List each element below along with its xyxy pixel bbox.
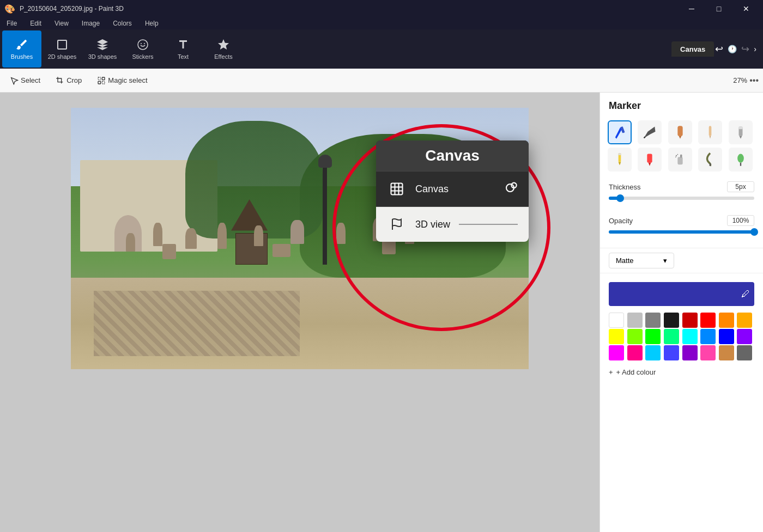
opacity-slider-fill [609, 230, 754, 234]
thickness-slider-track[interactable] [609, 197, 754, 200]
finish-label: Matte [616, 256, 634, 265]
brush-pencil[interactable] [608, 148, 632, 172]
canvas-item-label: Canvas [415, 184, 449, 195]
brush-marker-thick[interactable] [668, 120, 692, 144]
main-color-swatch[interactable]: 🖊 [609, 282, 754, 306]
color-darkgray[interactable] [737, 345, 752, 360]
brush-spray[interactable] [668, 148, 692, 172]
lamppost [323, 160, 327, 265]
color-yellow[interactable] [609, 329, 624, 344]
color-red[interactable] [700, 313, 716, 328]
svg-rect-6 [102, 81, 105, 84]
brush-highlighter[interactable] [638, 148, 662, 172]
color-purple[interactable] [682, 345, 698, 360]
svg-rect-15 [738, 127, 742, 130]
thickness-slider-thumb[interactable] [616, 194, 624, 202]
canvas-tab[interactable]: Canvas [671, 41, 714, 57]
menu-image[interactable]: Image [80, 20, 102, 27]
color-chartreuse[interactable] [627, 329, 643, 344]
tool-effects[interactable]: Effects [204, 30, 243, 68]
menu-colors[interactable]: Colors [111, 20, 134, 27]
brush-fountain-pen[interactable] [638, 120, 662, 144]
crop-label: Crop [66, 76, 82, 84]
color-darkred[interactable] [682, 313, 698, 328]
brush-watercolor[interactable] [729, 148, 753, 172]
finish-dropdown[interactable]: Matte ▾ [609, 253, 674, 268]
opacity-slider-thumb[interactable] [750, 228, 758, 236]
svg-point-22 [677, 154, 678, 155]
tool-stickers[interactable]: Stickers [123, 30, 162, 68]
color-hotpink[interactable] [627, 345, 643, 360]
right-panel: Marker [600, 93, 763, 532]
color-skyblue[interactable] [645, 345, 661, 360]
color-pink[interactable] [700, 345, 716, 360]
tool-text[interactable]: Text [164, 30, 203, 68]
color-black[interactable] [664, 313, 679, 328]
brush-oil[interactable] [698, 148, 722, 172]
magic-select-label: Magic select [108, 76, 147, 84]
color-blue[interactable] [719, 329, 734, 344]
svg-rect-4 [102, 77, 105, 80]
tool-3d-shapes[interactable]: 3D shapes [83, 30, 122, 68]
color-azure[interactable] [700, 329, 716, 344]
color-indigo[interactable] [664, 345, 679, 360]
brush-crayon[interactable] [729, 120, 753, 144]
eyedropper-button[interactable]: 🖊 [741, 289, 750, 299]
svg-point-0 [138, 40, 148, 50]
menu-file[interactable]: File [4, 20, 19, 27]
color-white[interactable] [609, 313, 624, 328]
opacity-value: 100% [727, 215, 754, 226]
menu-help[interactable]: Help [143, 20, 161, 27]
minimize-button[interactable]: ─ [679, 0, 704, 17]
tool-brushes[interactable]: Brushes [2, 30, 41, 68]
color-violet[interactable] [737, 329, 752, 344]
canvas-popup-menu: Canvas Canvas [376, 140, 529, 242]
more-options-button[interactable]: ••• [749, 76, 759, 85]
redo-button[interactable]: ↪ [741, 43, 749, 55]
svg-point-2 [144, 43, 145, 44]
color-amber[interactable] [737, 313, 752, 328]
color-springgreen[interactable] [664, 329, 679, 344]
thickness-label: Thickness [609, 183, 641, 191]
tombstone-7 [336, 223, 346, 243]
history-button[interactable]: 🕐 [728, 45, 737, 53]
canvas-image-container: Canvas Canvas [71, 108, 529, 369]
opacity-label: Opacity [609, 217, 633, 225]
close-button[interactable]: ✕ [734, 0, 759, 17]
flag-icon [387, 215, 407, 234]
color-cyan[interactable] [682, 329, 698, 344]
svg-rect-26 [740, 163, 741, 166]
color-green[interactable] [645, 329, 661, 344]
svg-point-21 [676, 155, 677, 156]
brush-calligraphy[interactable] [608, 120, 632, 144]
tombstone-5 [254, 225, 263, 246]
tombstone-flat-1 [162, 244, 176, 260]
lamp-head [318, 155, 332, 168]
maximize-button[interactable]: □ [706, 0, 731, 17]
undo-button[interactable]: ↩ [715, 43, 723, 55]
tool-brushes-label: Brushes [11, 53, 33, 60]
add-color-button[interactable]: + + Add colour [600, 363, 763, 382]
menu-view[interactable]: View [52, 20, 71, 27]
color-orange[interactable] [719, 313, 734, 328]
magic-select-button[interactable]: Magic select [92, 74, 153, 87]
plus-icon: + [609, 368, 613, 376]
opacity-slider-track[interactable] [609, 230, 754, 234]
color-tan[interactable] [719, 345, 734, 360]
menu-bar: File Edit View Image Colors Help [0, 17, 763, 29]
color-lightgray[interactable] [627, 313, 643, 328]
thickness-row: Thickness 5px [609, 181, 754, 192]
canvas-popup-3dview[interactable]: 3D view [376, 206, 529, 242]
color-gray[interactable] [645, 313, 661, 328]
window-controls: ─ □ ✕ [679, 0, 759, 17]
chevron-right-button[interactable]: › [754, 45, 756, 53]
brush-marker-thin[interactable] [698, 120, 722, 144]
canvas-popup-canvas[interactable]: Canvas [376, 171, 529, 206]
tool-2d-shapes[interactable]: 2D shapes [43, 30, 82, 68]
dash-separator [459, 224, 518, 225]
crop-tool-button[interactable]: Crop [50, 74, 87, 87]
select-tool-button[interactable]: Select [4, 74, 46, 87]
menu-edit[interactable]: Edit [28, 20, 44, 27]
tombstone-1 [126, 233, 135, 252]
color-magenta[interactable] [609, 345, 624, 360]
